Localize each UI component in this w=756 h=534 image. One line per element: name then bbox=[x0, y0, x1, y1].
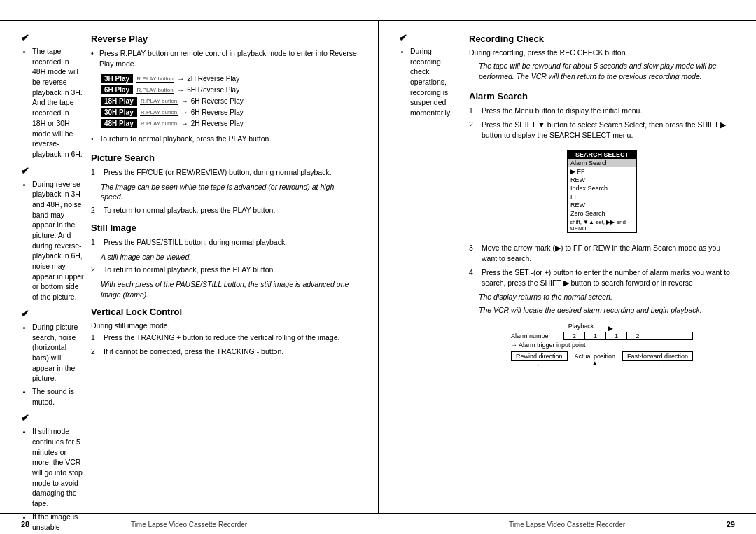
left-main-column: Reverse Play • Press R.PLAY button on re… bbox=[91, 27, 357, 534]
note-list-4: If still mode continues for 5 minutes or… bbox=[32, 426, 84, 534]
play-btn-label: R.PLAY button bbox=[136, 76, 174, 83]
step-number: 1 bbox=[91, 237, 101, 248]
alarm-search-title: Alarm Search bbox=[469, 91, 735, 101]
step-number: 1 bbox=[91, 332, 101, 343]
play-arrow: → bbox=[181, 120, 188, 127]
still-image-steps-2: 2 To return to normal playback, press th… bbox=[91, 265, 357, 275]
play-result: 2H Reverse Play bbox=[187, 75, 239, 83]
rewind-box: Rewind direction bbox=[511, 351, 568, 361]
play-row-1: 3H Play R.PLAY button → 2H Reverse Play bbox=[101, 74, 357, 83]
play-btn-label: R.PLAY button bbox=[140, 109, 178, 116]
bullet-dot: • bbox=[91, 48, 99, 69]
picture-search-steps: 1 Press the FF/CUE (or REW/REVIEW) butto… bbox=[91, 167, 357, 178]
alarm-search-steps-2: 3 Move the arrow mark (▶) to FF or REW i… bbox=[469, 243, 735, 288]
right-note-list-1: During recording check operations, recor… bbox=[410, 46, 462, 118]
right-notes-column: ✔ During recording check operations, rec… bbox=[399, 27, 462, 368]
actual-position-label: Actual position ▲ bbox=[574, 353, 615, 366]
note-item: The sound is muted. bbox=[32, 386, 84, 407]
left-page-inner: ✔ The tape recorded in 48H mode will be … bbox=[21, 27, 357, 534]
right-page-number: 29 bbox=[727, 520, 735, 528]
still-image-title: Still Image bbox=[91, 223, 357, 233]
alarm-bottom-row: Rewind direction ← Actual position ▲ Fas… bbox=[511, 351, 693, 368]
alarm-italic-2: The VCR will locate the desired alarm re… bbox=[479, 305, 735, 316]
alarm-trigger-row: → Alarm trigger input point bbox=[511, 342, 693, 349]
play-arrow: → bbox=[181, 97, 188, 105]
left-page-footer: Time Lapse Video Cassette Recorder bbox=[0, 521, 378, 528]
alarm-number-label: Alarm number bbox=[511, 332, 564, 339]
vertical-lock-title: Vertical Lock Control bbox=[91, 307, 357, 317]
still-image-italic-2: With each press of the PAUSE/STILL butto… bbox=[101, 279, 357, 300]
alarm-diagram-inner: Playback ▶ Alarm number 2 1 bbox=[511, 323, 693, 368]
search-select-footer: shift, ▼▲ set, ▶▶ end MENU bbox=[568, 218, 636, 232]
play-result: 6H Reverse Play bbox=[191, 97, 244, 105]
search-select-item-4: Index Search bbox=[568, 184, 636, 192]
step-item: 2 To return to normal playback, press th… bbox=[91, 205, 357, 216]
left-footer-text: Time Lapse Video Cassette Recorder bbox=[131, 521, 247, 528]
step-number: 1 bbox=[91, 167, 101, 178]
search-select-item-2: ▶ FF bbox=[568, 167, 636, 176]
play-btn-label: R.PLAY button bbox=[140, 98, 178, 105]
rewind-side: Rewind direction ← bbox=[511, 351, 568, 368]
alarm-numbers-box: 2 1 1 2 bbox=[564, 332, 693, 340]
step-item: 1 Press the FF/CUE (or REW/REVIEW) butto… bbox=[91, 167, 357, 178]
picture-search-title: Picture Search bbox=[91, 153, 357, 163]
step-item: 1 Press the PAUSE/STILL button, during n… bbox=[91, 237, 357, 248]
page-container: ✔ The tape recorded in 48H mode will be … bbox=[0, 0, 756, 534]
play-btn-label: R.PLAY button bbox=[136, 87, 174, 94]
play-result: 2H Reverse Play bbox=[191, 120, 244, 127]
step-item: 2 To return to normal playback, press th… bbox=[91, 265, 357, 275]
search-select-item-3: REW bbox=[568, 176, 636, 184]
still-image-italic-1: A still image can be viewed. bbox=[101, 252, 357, 262]
step-number: 2 bbox=[469, 120, 479, 140]
step-item: 3 Move the arrow mark (▶) to FF or REW i… bbox=[469, 243, 735, 263]
search-select-item-6: REW bbox=[568, 201, 636, 209]
step-number: 4 bbox=[469, 267, 479, 288]
alarm-trigger-label: Alarm trigger input point bbox=[519, 342, 586, 349]
step-number: 2 bbox=[91, 265, 101, 275]
alarm-num-2: 1 bbox=[585, 332, 606, 339]
play-row-2: 6H Play R.PLAY button → 6H Reverse Play bbox=[101, 85, 357, 94]
playback-arrow-row: ▶ bbox=[553, 330, 609, 330]
play-arrow: → bbox=[181, 108, 188, 116]
actual-position-marker: ▲ bbox=[574, 360, 615, 366]
note-list-3: During picture search, noise (horizontal… bbox=[32, 322, 84, 407]
checkmark-icon-2: ✔ bbox=[21, 165, 84, 176]
recording-check-title: Recording Check bbox=[469, 34, 735, 44]
left-notes-column: ✔ The tape recorded in 48H mode will be … bbox=[21, 27, 84, 534]
play-row-4: 30H Play R.PLAY button → 6H Reverse Play bbox=[101, 108, 357, 117]
picture-search-italic: The image can be seen while the tape is … bbox=[101, 182, 357, 202]
note-item: The tape recorded in 48H mode will be re… bbox=[32, 46, 84, 160]
search-select-item-7: Zero Search bbox=[568, 209, 636, 218]
right-page-inner: ✔ During recording check operations, rec… bbox=[399, 27, 735, 368]
step-item: 1 Press the Menu button to display the i… bbox=[469, 106, 735, 116]
recording-check-intro: During recording, press the REC CHECK bu… bbox=[469, 48, 735, 57]
still-image-steps: 1 Press the PAUSE/STILL button, during n… bbox=[91, 237, 357, 248]
play-row-5: 48H Play R.PLAY button → 2H Reverse Play bbox=[101, 119, 357, 128]
alarm-number-row: Alarm number 2 1 1 2 bbox=[511, 332, 693, 340]
play-btn-label: R.PLAY button bbox=[140, 120, 178, 127]
play-arrow: → bbox=[177, 86, 184, 94]
alarm-diagram: Playback ▶ Alarm number 2 1 bbox=[469, 323, 735, 368]
step-number: 1 bbox=[469, 106, 479, 116]
note-item: If still mode continues for 5 minutes or… bbox=[32, 426, 84, 509]
play-mode-label: 48H Play bbox=[101, 119, 137, 128]
right-footer-text: Time Lapse Video Cassette Recorder bbox=[509, 521, 625, 528]
search-select-item-5: FF bbox=[568, 192, 636, 201]
play-result: 6H Reverse Play bbox=[187, 86, 239, 94]
reverse-play-title: Reverse Play bbox=[91, 34, 357, 44]
note-item: During recording check operations, recor… bbox=[410, 46, 462, 118]
playback-arrow-line: ▶ bbox=[553, 330, 609, 330]
step-item: 2 Press the SHIFT ▼ button to select Sea… bbox=[469, 120, 735, 140]
checkmark-icon-1: ✔ bbox=[21, 32, 84, 43]
search-select-title: SEARCH SELECT bbox=[568, 150, 636, 159]
play-arrow: → bbox=[177, 75, 184, 83]
search-select-box: SEARCH SELECT Alarm Search ▶ FF REW Inde… bbox=[567, 150, 637, 233]
alarm-num-4: 2 bbox=[627, 332, 648, 339]
alarm-italic-1: The display returns to the normal screen… bbox=[479, 292, 735, 302]
reverse-play-intro: • Press R.PLAY button on remote control … bbox=[91, 48, 357, 69]
step-item: 2 If it cannot be corrected, press the T… bbox=[91, 346, 357, 357]
play-mode-label: 6H Play bbox=[101, 85, 133, 94]
rewind-arrow: ← bbox=[511, 362, 568, 368]
alarm-search-steps: 1 Press the Menu button to display the i… bbox=[469, 106, 735, 140]
right-page-footer: Time Lapse Video Cassette Recorder bbox=[378, 521, 756, 528]
